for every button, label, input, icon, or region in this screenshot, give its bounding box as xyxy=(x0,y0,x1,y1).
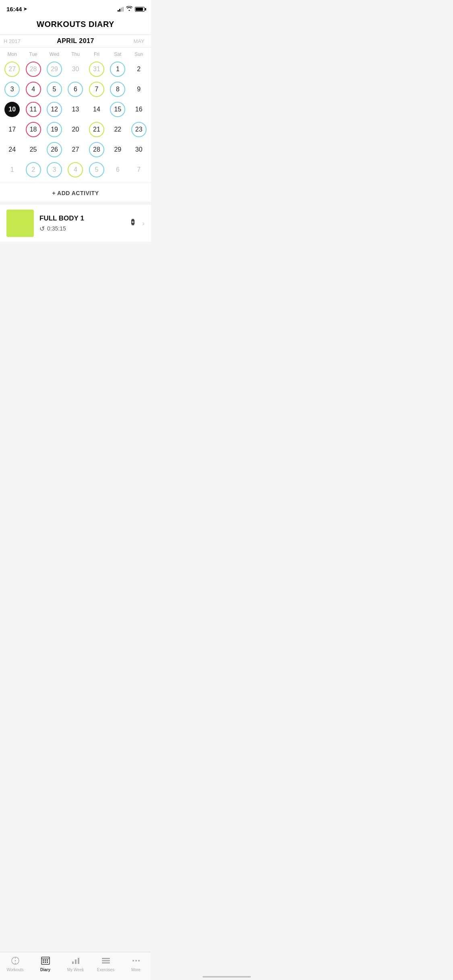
calendar-day-cell[interactable]: 15 xyxy=(107,100,128,119)
calendar-day-cell[interactable]: 2 xyxy=(128,60,149,79)
calendar-day-cell[interactable]: 19 xyxy=(44,120,65,139)
calendar-day: 27 xyxy=(68,142,83,157)
battery-icon xyxy=(135,7,145,12)
calendar-day-cell[interactable]: 18 xyxy=(23,120,43,139)
calendar-day-cell[interactable]: 4 xyxy=(23,80,43,99)
calendar-day: 29 xyxy=(110,142,125,157)
calendar-day: 10 xyxy=(4,102,20,117)
calendar-day: 30 xyxy=(131,142,147,157)
calendar-day: 20 xyxy=(68,122,83,137)
calendar-day-cell[interactable]: 30 xyxy=(65,60,86,79)
calendar-day: 4 xyxy=(68,162,83,177)
calendar-day: 6 xyxy=(68,82,83,97)
calendar-day-cell[interactable]: 29 xyxy=(44,60,65,79)
calendar-day-cell[interactable]: 9 xyxy=(128,80,149,99)
weekday-label: Tue xyxy=(23,50,43,59)
calendar-day-cell[interactable]: 23 xyxy=(128,120,149,139)
calendar-day-cell[interactable]: 5 xyxy=(44,80,65,99)
calendar-day: 22 xyxy=(110,122,125,137)
calendar-day-cell[interactable]: 1 xyxy=(2,160,23,179)
calendar-day-cell[interactable]: 22 xyxy=(107,120,128,139)
calendar-day-cell[interactable]: 12 xyxy=(44,100,65,119)
calendar-day-cell[interactable]: 28 xyxy=(86,140,107,159)
add-activity-button[interactable]: + ADD ACTIVITY xyxy=(52,190,99,196)
calendar-day: 27 xyxy=(4,62,20,77)
status-icons xyxy=(118,6,145,12)
calendar-day: 17 xyxy=(4,122,20,137)
calendar-day-cell[interactable]: 28 xyxy=(23,60,43,79)
history-icon: ↺ xyxy=(39,225,45,233)
calendar-day: 13 xyxy=(68,102,83,117)
calendar-day: 21 xyxy=(89,122,104,137)
workout-color-indicator xyxy=(6,210,34,237)
calendar-day: 3 xyxy=(47,162,62,177)
calendar-day-cell[interactable]: 11 xyxy=(23,100,43,119)
header: WORKOUTS DIARY xyxy=(0,15,151,35)
calendar-day: 5 xyxy=(47,82,62,97)
calendar-day: 16 xyxy=(131,102,147,117)
prev-month[interactable]: H 2017 xyxy=(0,38,24,44)
calendar-day: 24 xyxy=(4,142,20,157)
calendar-day: 1 xyxy=(110,62,125,77)
calendar-day-cell[interactable]: 7 xyxy=(128,160,149,179)
calendar-day-cell[interactable]: 6 xyxy=(107,160,128,179)
calendar-day-cell[interactable]: 10 xyxy=(2,100,23,119)
signal-icon xyxy=(118,7,124,12)
calendar-day: 30 xyxy=(68,62,83,77)
wifi-icon xyxy=(126,6,132,12)
workout-action-icons: › xyxy=(128,217,145,230)
calendar-day: 2 xyxy=(131,62,147,77)
calendar-day-cell[interactable]: 20 xyxy=(65,120,86,139)
calendar-grid[interactable]: 2728293031123456789101112131415161718192… xyxy=(2,60,149,179)
calendar-day-cell[interactable]: 4 xyxy=(65,160,86,179)
weekday-label: Thu xyxy=(65,50,86,59)
calendar-day-cell[interactable]: 17 xyxy=(2,120,23,139)
weekday-label: Fri xyxy=(86,50,107,59)
calendar-day-cell[interactable]: 3 xyxy=(44,160,65,179)
calendar-day-cell[interactable]: 27 xyxy=(2,60,23,79)
calendar-day: 26 xyxy=(47,142,62,157)
svg-rect-2 xyxy=(132,224,134,225)
calendar-day-cell[interactable]: 30 xyxy=(128,140,149,159)
calendar-day-cell[interactable]: 26 xyxy=(44,140,65,159)
status-time: 16:44 ➤ xyxy=(6,6,27,12)
calendar-day: 4 xyxy=(26,82,41,97)
calendar-day-cell[interactable]: 24 xyxy=(2,140,23,159)
workout-section: FULL BODY 1 ↺ 0:35:15 › xyxy=(0,205,151,242)
calendar-day-cell[interactable]: 2 xyxy=(23,160,43,179)
calendar-day: 2 xyxy=(26,162,41,177)
calendar-day-cell[interactable]: 13 xyxy=(65,100,86,119)
calendar-day: 6 xyxy=(110,162,125,177)
calendar-day: 15 xyxy=(110,102,125,117)
calendar-day-cell[interactable]: 1 xyxy=(107,60,128,79)
calendar-day-cell[interactable]: 25 xyxy=(23,140,43,159)
calendar-day-cell[interactable]: 16 xyxy=(128,100,149,119)
calendar-day-cell[interactable]: 31 xyxy=(86,60,107,79)
calendar-day: 14 xyxy=(89,102,104,117)
calendar-day-cell[interactable]: 8 xyxy=(107,80,128,99)
calendar-day-cell[interactable]: 7 xyxy=(86,80,107,99)
chevron-right-icon[interactable]: › xyxy=(142,219,145,228)
calendar-day-cell[interactable]: 29 xyxy=(107,140,128,159)
calendar-day-cell[interactable]: 3 xyxy=(2,80,23,99)
status-bar: 16:44 ➤ xyxy=(0,0,151,15)
weekday-label: Wed xyxy=(44,50,65,59)
workout-item[interactable]: FULL BODY 1 ↺ 0:35:15 › xyxy=(0,205,151,242)
calendar-weekdays: MonTueWedThuFriSatSun xyxy=(2,47,149,60)
calendar-nav[interactable]: H 2017 APRIL 2017 MAY xyxy=(0,35,151,47)
calendar-day: 18 xyxy=(26,122,41,137)
calendar-day-cell[interactable]: 6 xyxy=(65,80,86,99)
calendar-day: 8 xyxy=(110,82,125,97)
calendar-day: 7 xyxy=(131,162,147,177)
calendar-day-cell[interactable]: 27 xyxy=(65,140,86,159)
location-icon: ➤ xyxy=(23,6,27,12)
calendar-day-cell[interactable]: 14 xyxy=(86,100,107,119)
calendar-day-cell[interactable]: 21 xyxy=(86,120,107,139)
next-month[interactable]: MAY xyxy=(127,38,151,44)
calendar-day: 25 xyxy=(26,142,41,157)
calendar-day-cell[interactable]: 5 xyxy=(86,160,107,179)
weekday-label: Sun xyxy=(128,50,149,59)
workout-duration: ↺ 0:35:15 xyxy=(39,225,123,233)
add-activity-section[interactable]: + ADD ACTIVITY xyxy=(0,183,151,202)
calendar-day: 28 xyxy=(89,142,104,157)
